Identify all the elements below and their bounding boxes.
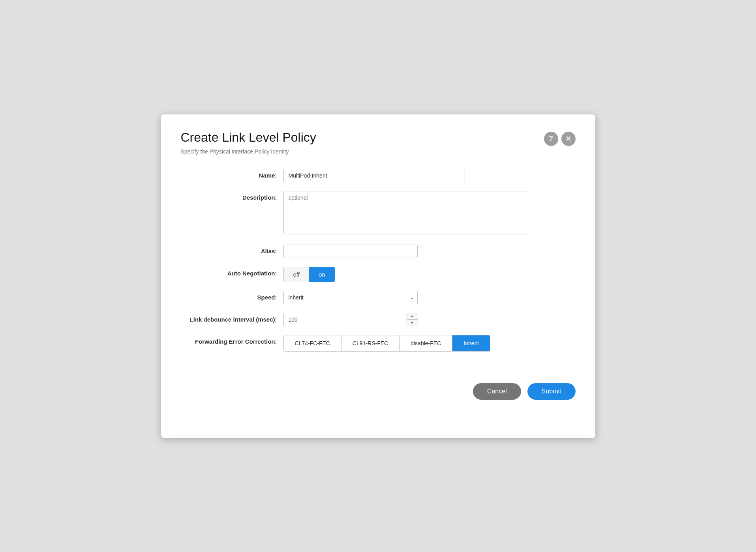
alias-input[interactable]: [283, 245, 418, 258]
fec-cl91-button[interactable]: CL91-RS-FEC: [341, 335, 400, 351]
link-debounce-spinner-btns: ▲ ▼: [407, 313, 418, 326]
link-debounce-up-button[interactable]: ▲: [407, 313, 418, 320]
cancel-button[interactable]: Cancel: [473, 383, 521, 400]
speed-row: Speed: inherit 100M 1G 10G 25G 40G 100G …: [181, 291, 576, 304]
dialog-title: Create Link Level Policy: [181, 130, 316, 145]
description-textarea[interactable]: [283, 191, 528, 234]
alias-label: Alias:: [181, 245, 283, 254]
name-row: Name:: [181, 169, 576, 182]
dialog-icons: ? ✕: [544, 132, 576, 146]
description-control: [283, 191, 576, 236]
auto-negotiation-row: Auto Negotiation: off on: [181, 267, 576, 282]
dialog-subtitle: Specify the Physical Interface Policy Id…: [181, 148, 576, 155]
auto-negotiation-off-button[interactable]: off: [284, 267, 309, 282]
fec-cl74-button[interactable]: CL74-FC-FEC: [284, 335, 341, 351]
fec-row: Forwarding Error Correction: CL74-FC-FEC…: [181, 335, 576, 352]
name-input[interactable]: [283, 169, 465, 182]
name-label: Name:: [181, 169, 283, 179]
alias-control: [283, 245, 576, 258]
auto-negotiation-control: off on: [283, 267, 576, 282]
description-label: Description:: [181, 191, 283, 201]
dialog-header: Create Link Level Policy ? ✕: [181, 130, 576, 146]
fec-disable-button[interactable]: disable-FEC: [400, 335, 452, 351]
link-debounce-spinner-wrapper: ▲ ▼: [283, 313, 418, 326]
create-link-level-policy-dialog: Create Link Level Policy ? ✕ Specify the…: [161, 114, 595, 438]
dialog-footer: Cancel Submit: [181, 383, 576, 400]
fec-inherit-button[interactable]: Inherit: [452, 335, 490, 351]
auto-negotiation-label: Auto Negotiation:: [181, 267, 283, 277]
auto-negotiation-toggle: off on: [283, 267, 335, 282]
help-button[interactable]: ?: [544, 132, 558, 146]
link-debounce-control: ▲ ▼: [283, 313, 576, 326]
link-debounce-down-button[interactable]: ▼: [407, 320, 418, 326]
speed-select-wrapper: inherit 100M 1G 10G 25G 40G 100G ⌄: [283, 291, 418, 304]
alias-row: Alias:: [181, 245, 576, 258]
fec-toggle-group: CL74-FC-FEC CL91-RS-FEC disable-FEC Inhe…: [283, 335, 491, 352]
description-row: Description:: [181, 191, 576, 236]
link-debounce-row: Link debounce interval (msec): ▲ ▼: [181, 313, 576, 326]
name-control: [283, 169, 576, 182]
speed-select[interactable]: inherit 100M 1G 10G 25G 40G 100G: [283, 291, 418, 304]
fec-control: CL74-FC-FEC CL91-RS-FEC disable-FEC Inhe…: [283, 335, 576, 352]
close-button[interactable]: ✕: [561, 132, 576, 146]
link-debounce-label: Link debounce interval (msec):: [181, 313, 283, 323]
auto-negotiation-on-button[interactable]: on: [309, 267, 335, 282]
link-debounce-input[interactable]: [283, 313, 418, 326]
submit-button[interactable]: Submit: [527, 383, 576, 400]
speed-control: inherit 100M 1G 10G 25G 40G 100G ⌄: [283, 291, 576, 304]
fec-label: Forwarding Error Correction:: [181, 335, 283, 345]
speed-label: Speed:: [181, 291, 283, 301]
